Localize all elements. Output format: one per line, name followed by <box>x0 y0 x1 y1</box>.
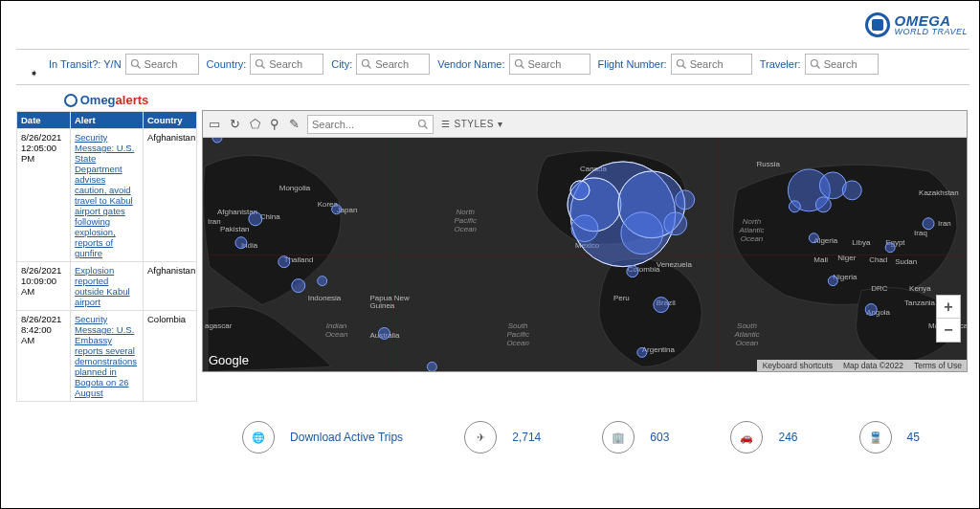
stat-hotels[interactable]: 🏢 603 <box>602 421 669 454</box>
svg-point-81 <box>235 237 247 249</box>
svg-point-0 <box>131 60 138 67</box>
svg-point-92 <box>923 218 934 230</box>
polygon-select-icon[interactable]: ⬠ <box>250 117 260 131</box>
layers-icon: ☰ <box>441 119 451 129</box>
search-icon <box>514 58 525 70</box>
svg-line-13 <box>425 125 428 128</box>
stat-flights[interactable]: ✈ 2,714 <box>464 421 541 454</box>
svg-text:Niger: Niger <box>837 254 856 262</box>
svg-point-10 <box>811 60 817 67</box>
svg-text:Tanzania: Tanzania <box>904 299 935 307</box>
svg-text:Iraq: Iraq <box>914 229 927 237</box>
svg-point-93 <box>427 362 436 371</box>
th-date[interactable]: Date <box>17 112 71 129</box>
svg-point-8 <box>677 60 683 67</box>
map-attribution: Keyboard shortcuts Map data ©2022 Terms … <box>757 360 967 371</box>
filter-in-transit-input[interactable] <box>125 54 199 75</box>
zoom-controls: + − <box>936 295 961 343</box>
svg-line-7 <box>521 66 523 69</box>
map-search-input[interactable] <box>307 115 434 134</box>
stat-cars[interactable]: 🚗 246 <box>730 421 797 454</box>
filter-flight-label: Flight Number: <box>598 58 667 70</box>
train-icon: 🚆 <box>859 421 892 454</box>
svg-point-68 <box>664 212 687 235</box>
alerts-table: Date Alert Country 8/26/2021 12:05:00 PM… <box>16 111 197 402</box>
world-map[interactable]: NorthPacificOcean SouthPacificOcean Indi… <box>203 138 967 372</box>
download-active-trips[interactable]: 🌐 Download Active Trips <box>242 421 403 454</box>
svg-line-1 <box>137 66 140 69</box>
map-data-label: Map data ©2022 <box>837 360 908 371</box>
svg-text:NorthPacificOcean: NorthPacificOcean <box>455 208 478 233</box>
svg-text:Mali: Mali <box>813 255 828 264</box>
svg-point-4 <box>363 60 369 67</box>
zoom-out-button[interactable]: − <box>937 319 960 342</box>
filter-country-label: Country: <box>207 58 247 70</box>
th-alert[interactable]: Alert <box>71 112 144 129</box>
brand-sub: WORLD TRAVEL <box>894 28 968 36</box>
svg-line-5 <box>368 66 371 69</box>
svg-text:China: China <box>260 212 280 221</box>
table-row: 8/26/2021 10:09:00 AM Explosion reported… <box>17 262 197 311</box>
svg-text:Pakistan: Pakistan <box>220 225 250 233</box>
svg-point-69 <box>676 190 695 210</box>
zoom-in-button[interactable]: + <box>937 296 960 319</box>
filter-country-input[interactable] <box>250 54 323 75</box>
filter-in-transit-label: In Transit?: Y/N <box>49 58 122 70</box>
expand-arrow-icon[interactable]: ➧ <box>30 67 38 79</box>
reload-icon[interactable]: ↻ <box>230 117 240 131</box>
rectangle-select-icon[interactable]: ▭ <box>209 117 220 131</box>
svg-point-83 <box>332 205 342 214</box>
chevron-down-icon: ▾ <box>498 119 503 129</box>
filter-traveler-input[interactable] <box>805 54 879 75</box>
alert-link[interactable]: Security Message: U.S. Embassy reports s… <box>71 311 144 402</box>
search-icon <box>255 58 266 70</box>
svg-point-67 <box>571 215 598 242</box>
svg-point-85 <box>627 266 638 277</box>
svg-text:Indonesia: Indonesia <box>308 294 342 302</box>
omega-logo-icon <box>865 12 890 37</box>
svg-point-86 <box>654 298 669 313</box>
map-panel[interactable]: ▭ ↻ ⬠ ⚲ ✎ ☰ STYLES ▾ <box>202 110 968 372</box>
svg-point-80 <box>318 277 327 286</box>
svg-point-77 <box>249 212 262 226</box>
svg-point-84 <box>379 327 390 339</box>
search-icon <box>361 58 372 70</box>
car-icon: 🚗 <box>730 421 763 454</box>
filter-vendor-input[interactable] <box>509 54 590 75</box>
svg-point-91 <box>885 243 895 253</box>
keyboard-shortcuts-link[interactable]: Keyboard shortcuts <box>757 360 837 371</box>
plane-icon: ✈ <box>464 421 497 454</box>
svg-text:Iran: Iran <box>938 219 951 228</box>
svg-text:Libya: Libya <box>852 238 871 247</box>
svg-point-90 <box>809 233 818 243</box>
filter-city-input[interactable] <box>356 54 430 75</box>
svg-text:Russia: Russia <box>757 160 781 168</box>
filter-vendor-label: Vendor Name: <box>437 58 504 70</box>
terms-link[interactable]: Terms of Use <box>908 360 967 371</box>
svg-point-88 <box>865 304 877 316</box>
header: OMEGA WORLD TRAVEL <box>1 1 979 45</box>
search-icon <box>810 58 821 70</box>
filter-flight-input[interactable] <box>671 54 752 75</box>
svg-text:Venezuela: Venezuela <box>657 260 693 269</box>
svg-point-73 <box>819 172 846 199</box>
svg-text:NorthAtlanticOcean: NorthAtlanticOcean <box>738 217 764 243</box>
th-country[interactable]: Country <box>144 112 197 129</box>
svg-text:Kazakhstan: Kazakhstan <box>919 188 959 197</box>
lasso-icon[interactable]: ✎ <box>289 117 300 131</box>
brand-name: OMEGA <box>894 13 968 28</box>
svg-point-12 <box>419 120 426 126</box>
alert-link[interactable]: Security Message: U.S. State Department … <box>71 129 144 262</box>
svg-line-11 <box>816 66 819 69</box>
svg-text:SouthAtlanticOcean: SouthAtlanticOcean <box>733 321 759 347</box>
google-logo: Google <box>209 353 249 367</box>
omega-icon <box>64 94 78 107</box>
svg-point-6 <box>515 60 522 67</box>
search-icon <box>676 58 687 70</box>
stat-rail[interactable]: 🚆 45 <box>859 421 920 454</box>
search-icon <box>130 58 142 70</box>
alert-link[interactable]: Explosion reported outside Kabul airport <box>71 262 144 311</box>
svg-point-87 <box>637 347 647 357</box>
styles-dropdown[interactable]: ☰ STYLES ▾ <box>441 119 502 129</box>
pin-icon[interactable]: ⚲ <box>270 117 279 131</box>
